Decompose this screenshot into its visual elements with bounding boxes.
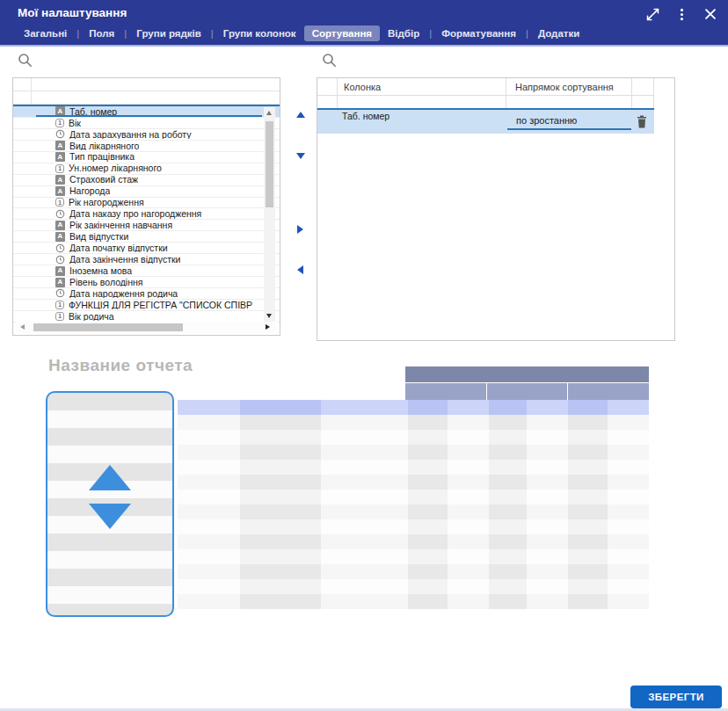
preview-header-cell [608,400,649,415]
horizontal-scroll-thumb[interactable] [33,323,183,331]
titlebar: Мої налаштування Загальні|Поля|Групи ряд… [0,0,728,47]
vertical-scrollbar[interactable] [264,107,275,322]
field-row[interactable]: Дата наказу про нагородження [13,208,280,220]
preview-group-header-band [405,366,649,382]
field-row[interactable]: A Вид відпустки [13,231,280,243]
window-controls [644,5,719,23]
date-field-icon [55,255,65,265]
field-row[interactable]: A Страховий стаж [13,175,280,186]
preview-column [240,415,321,609]
text-field-icon: A [55,106,65,116]
available-fields-search-icon[interactable] [18,53,33,68]
preview-column [527,415,568,609]
field-row[interactable]: Дата народження родича [13,288,280,300]
date-field-icon [55,288,65,298]
sort-row[interactable]: Таб. номер по зростанню [317,110,654,134]
field-rows: A Таб. номер 1 Вік Дата зарахування на р… [13,106,280,323]
tab-separator: | [209,28,215,39]
tab-6[interactable]: Відбір [380,25,427,41]
horizontal-scrollbar[interactable] [16,322,277,333]
date-field-icon [55,243,65,253]
field-row[interactable]: 1 ФУНКЦІЯ ДЛЯ РЕГІСТРА "СПИСОК СПІВР [13,300,280,311]
field-row[interactable]: Дата початку відпустки [13,243,280,254]
preview-subheader-band [405,383,649,400]
field-row[interactable]: A Таб. номер [13,106,280,118]
field-row[interactable]: 1 Ун.номер лікарняного [13,163,280,175]
preview-header-cell [408,400,448,415]
delete-sort-row-button[interactable] [637,115,647,128]
field-row[interactable]: 1 Рік нагородження [13,198,280,209]
sort-direction-select[interactable]: по зростанню [507,112,631,130]
field-row[interactable]: A Вид лікарняного [13,141,280,152]
scroll-right-icon[interactable] [266,324,270,330]
tab-separator: | [524,28,530,39]
preview-selected-column[interactable] [46,391,174,617]
field-list-header-row [13,78,280,91]
vertical-scroll-thumb[interactable] [266,121,273,207]
preview-header-cell [527,400,568,415]
date-field-icon [55,129,65,139]
text-field-icon: A [55,175,65,185]
text-field-icon: A [55,141,65,150]
move-left-button[interactable] [297,265,303,274]
preview-header-cell [176,400,240,415]
text-field-icon: A [55,266,65,276]
sort-desc-arrow-icon [89,504,131,529]
number-field-icon: 1 [55,198,64,207]
tab-bar: Загальні|Поля|Групи рядків|Групи колонок… [16,25,587,41]
date-field-icon [55,209,65,219]
preview-header-cell [240,400,321,415]
sort-column-cell[interactable]: Таб. номер [342,112,397,122]
report-title: Название отчета [48,356,193,375]
tab-4[interactable]: Групи колонок [215,25,304,41]
settings-dialog: Мої налаштування Загальні|Поля|Групи ряд… [0,0,728,711]
sort-table-header: Колонка Напрямок сортування [317,78,654,96]
move-down-button[interactable] [296,153,305,159]
text-field-icon: A [55,186,65,196]
sort-columns-search-icon[interactable] [322,53,337,68]
preview-subheader-cell [405,383,486,400]
scroll-up-icon[interactable] [266,111,272,115]
preview-body-columns [176,415,649,609]
save-button[interactable]: ЗБЕРЕГТИ [630,686,722,708]
scroll-left-icon[interactable] [20,324,25,330]
field-list-filter-row[interactable] [13,91,280,105]
tab-separator: | [122,28,128,39]
tab-separator: | [75,28,81,39]
field-row[interactable]: Дата зарахування на роботу [13,129,280,141]
preview-column [176,415,240,609]
close-icon[interactable] [702,5,719,23]
number-field-icon: 1 [55,119,64,127]
tab-2[interactable]: Поля [81,25,122,41]
tab-1[interactable]: Загальні [16,25,75,41]
preview-column [448,415,489,609]
move-right-button[interactable] [297,225,303,234]
field-row[interactable]: Дата закінчення відпустки [13,254,280,265]
field-row[interactable]: A Рівень володіння [13,277,280,288]
tab-8[interactable]: Додатки [530,25,587,41]
text-field-icon: A [55,278,65,287]
field-row[interactable]: A Рік закінчення навчання [13,220,280,231]
kebab-menu-icon[interactable] [673,5,690,23]
field-row[interactable]: A Іноземна мова [13,265,280,277]
scroll-down-icon[interactable] [266,314,272,318]
move-up-button[interactable] [296,112,305,118]
tab-3[interactable]: Групи рядків [128,25,208,41]
preview-header-cell [448,400,489,415]
sort-asc-arrow-icon [89,465,131,490]
number-field-icon: 1 [55,312,64,321]
number-field-icon: 1 [55,164,64,173]
tab-7[interactable]: Форматування [433,25,524,41]
tab-5[interactable]: Сортування [304,25,380,41]
preview-column [489,415,527,609]
field-row[interactable]: A Тип працівника [13,152,280,163]
preview-column [321,415,408,609]
preview-header-cell [568,400,608,415]
preview-header-cell [489,400,527,415]
expand-icon[interactable] [644,5,661,23]
direction-header: Напрямок сортування [515,82,614,92]
field-row[interactable]: 1 Вік [13,118,280,129]
tab-separator: | [427,28,433,39]
field-row[interactable]: 1 Вік родича [13,311,280,323]
field-row[interactable]: A Нагорода [13,186,280,198]
